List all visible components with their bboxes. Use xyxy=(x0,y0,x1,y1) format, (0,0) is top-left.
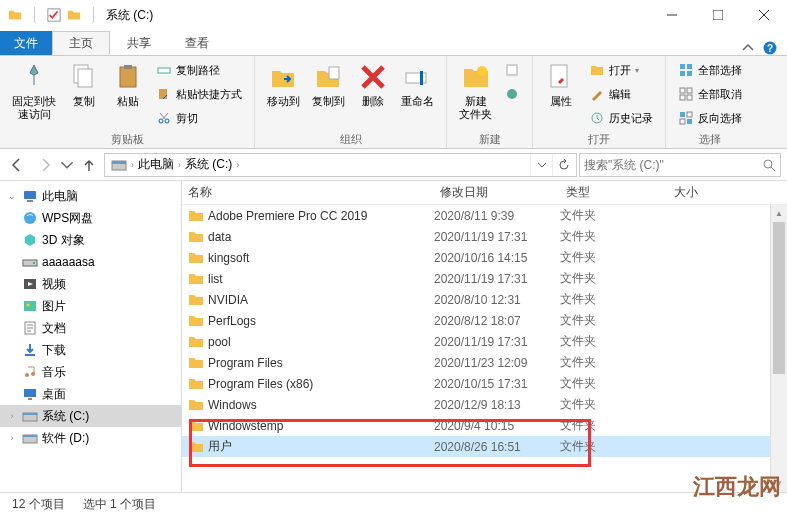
history-button[interactable]: 历史记录 xyxy=(587,107,655,129)
copy-to-button[interactable]: 复制到 xyxy=(306,59,351,130)
svg-rect-38 xyxy=(24,191,36,199)
tab-file[interactable]: 文件 xyxy=(0,31,52,55)
folder-icon xyxy=(188,418,204,434)
address-bar[interactable]: › 此电脑 › 系统 (C:) › xyxy=(104,153,577,177)
column-size[interactable]: 大小 xyxy=(668,184,787,201)
sidebar-item-wps[interactable]: WPS网盘 xyxy=(0,207,181,229)
quick-access-toolbar xyxy=(8,7,100,23)
svg-rect-9 xyxy=(120,67,136,87)
select-none-button[interactable]: 全部取消 xyxy=(676,83,744,105)
table-row[interactable]: Adobe Premiere Pro CC 20192020/8/11 9:39… xyxy=(182,205,770,226)
table-row[interactable]: Windowstemp2020/9/4 10:15文件夹 xyxy=(182,415,770,436)
folder-icon xyxy=(188,376,204,392)
group-label-organize: 组织 xyxy=(261,130,440,147)
table-row[interactable]: NVIDIA2020/8/10 12:31文件夹 xyxy=(182,289,770,310)
sidebar-item-pictures[interactable]: 图片 xyxy=(0,295,181,317)
3d-icon xyxy=(22,232,38,248)
ribbon-group-new: 新建 文件夹 新建 xyxy=(447,56,533,148)
table-row[interactable]: Program Files (x86)2020/10/15 17:31文件夹 xyxy=(182,373,770,394)
ribbon-group-clipboard: 固定到快 速访问 复制 粘贴 复制路径 粘贴快捷方式 剪切 剪贴板 xyxy=(0,56,255,148)
help-icon[interactable]: ? xyxy=(763,41,777,55)
navigation-pane[interactable]: ⌄此电脑WPS网盘3D 对象aaaaaasa视频图片文档下载音乐桌面›系统 (C… xyxy=(0,181,182,492)
svg-rect-39 xyxy=(27,200,33,202)
new-item-icon xyxy=(505,63,519,77)
svg-rect-28 xyxy=(687,88,692,93)
scroll-thumb[interactable] xyxy=(773,222,785,374)
sidebar-item-docs[interactable]: 文档 xyxy=(0,317,181,339)
tab-share[interactable]: 共享 xyxy=(110,31,168,55)
checkbox-icon[interactable] xyxy=(47,8,61,22)
sidebar-item-drive[interactable]: aaaaaasa xyxy=(0,251,181,273)
column-name[interactable]: 名称 xyxy=(182,184,434,201)
file-date: 2020/8/10 12:31 xyxy=(434,293,560,307)
new-folder-button[interactable]: 新建 文件夹 xyxy=(453,59,498,130)
table-row[interactable]: PerfLogs2020/8/12 18:07文件夹 xyxy=(182,310,770,331)
disk-icon xyxy=(22,430,38,446)
column-type[interactable]: 类型 xyxy=(560,184,668,201)
sidebar-item-video[interactable]: 视频 xyxy=(0,273,181,295)
up-button[interactable] xyxy=(76,152,102,178)
scroll-up-button[interactable]: ▲ xyxy=(771,205,787,222)
column-date[interactable]: 修改日期 xyxy=(434,184,560,201)
window-title: 系统 (C:) xyxy=(106,7,153,24)
folder-icon[interactable] xyxy=(67,8,81,22)
table-row[interactable]: list2020/11/19 17:31文件夹 xyxy=(182,268,770,289)
delete-button[interactable]: 删除 xyxy=(351,59,395,130)
table-row[interactable]: pool2020/11/19 17:31文件夹 xyxy=(182,331,770,352)
address-dropdown-button[interactable] xyxy=(530,154,552,176)
sidebar-item-disk[interactable]: ›软件 (D:) xyxy=(0,427,181,449)
pin-to-quick-access-button[interactable]: 固定到快 速访问 xyxy=(6,59,62,130)
back-button[interactable] xyxy=(4,152,30,178)
sidebar-item-download[interactable]: 下载 xyxy=(0,339,181,361)
paste-button[interactable]: 粘贴 xyxy=(106,59,150,130)
table-row[interactable]: Program Files2020/11/23 12:09文件夹 xyxy=(182,352,770,373)
search-input[interactable] xyxy=(584,158,762,172)
breadcrumb-pc[interactable]: 此电脑 xyxy=(134,154,178,176)
sidebar-item-disk[interactable]: ›系统 (C:) xyxy=(0,405,181,427)
open-button[interactable]: 打开▾ xyxy=(587,59,655,81)
invert-selection-button[interactable]: 反向选择 xyxy=(676,107,744,129)
copy-button[interactable]: 复制 xyxy=(62,59,106,130)
forward-button[interactable] xyxy=(32,152,58,178)
cut-button[interactable]: 剪切 xyxy=(154,107,244,129)
move-to-button[interactable]: 移动到 xyxy=(261,59,306,130)
paste-shortcut-button[interactable]: 粘贴快捷方式 xyxy=(154,83,244,105)
svg-rect-15 xyxy=(329,67,339,79)
file-name: list xyxy=(208,272,223,286)
copy-path-button[interactable]: 复制路径 xyxy=(154,59,244,81)
breadcrumb-drive[interactable]: 系统 (C:) xyxy=(181,154,236,176)
scrollbar[interactable]: ▲ ▼ xyxy=(770,205,787,492)
close-button[interactable] xyxy=(741,0,787,30)
sidebar-item-pc[interactable]: ⌄此电脑 xyxy=(0,185,181,207)
sidebar-item-3d[interactable]: 3D 对象 xyxy=(0,229,181,251)
minimize-button[interactable] xyxy=(649,0,695,30)
svg-point-42 xyxy=(33,262,35,264)
svg-point-40 xyxy=(24,212,36,224)
sidebar-item-desktop[interactable]: 桌面 xyxy=(0,383,181,405)
refresh-button[interactable] xyxy=(552,154,574,176)
easy-access-button[interactable] xyxy=(502,83,522,105)
tab-home[interactable]: 主页 xyxy=(52,31,110,55)
table-row[interactable]: Windows2020/12/9 18:13文件夹 xyxy=(182,394,770,415)
table-row[interactable]: data2020/11/19 17:31文件夹 xyxy=(182,226,770,247)
maximize-button[interactable] xyxy=(695,0,741,30)
search-box[interactable] xyxy=(579,153,781,177)
music-icon xyxy=(22,364,38,380)
properties-button[interactable]: 属性 xyxy=(539,59,583,130)
edit-button[interactable]: 编辑 xyxy=(587,83,655,105)
divider xyxy=(93,7,94,23)
select-all-button[interactable]: 全部选择 xyxy=(676,59,744,81)
table-row[interactable]: 用户2020/8/26 16:51文件夹 xyxy=(182,436,770,457)
file-name: Adobe Premiere Pro CC 2019 xyxy=(208,209,367,223)
table-row[interactable]: kingsoft2020/10/16 14:15文件夹 xyxy=(182,247,770,268)
chevron-up-icon[interactable] xyxy=(741,41,755,55)
sidebar-item-label: 下载 xyxy=(42,342,66,359)
recent-locations-button[interactable] xyxy=(60,152,74,178)
new-item-button[interactable] xyxy=(502,59,522,81)
rename-button[interactable]: 重命名 xyxy=(395,59,440,130)
file-list-pane: 名称 修改日期 类型 大小 Adobe Premiere Pro CC 2019… xyxy=(182,181,787,492)
file-date: 2020/8/11 9:39 xyxy=(434,209,560,223)
tab-view[interactable]: 查看 xyxy=(168,31,226,55)
file-list[interactable]: Adobe Premiere Pro CC 20192020/8/11 9:39… xyxy=(182,205,770,492)
sidebar-item-music[interactable]: 音乐 xyxy=(0,361,181,383)
